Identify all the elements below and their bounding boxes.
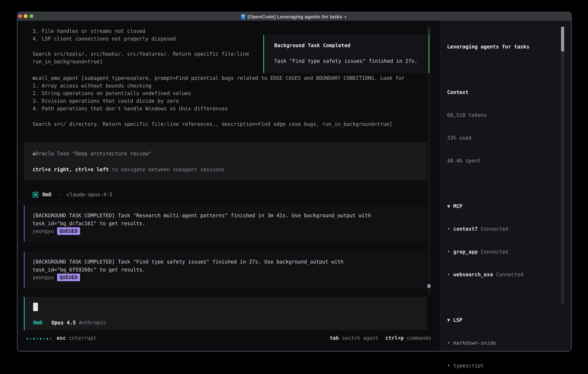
model-name: Opus 4.5 xyxy=(51,320,76,326)
toast-body: Task "Find type safety issues" finished … xyxy=(274,58,417,64)
transcript-line: 1. Array access without bounds checking xyxy=(32,82,151,90)
sidebar-content: Leveraging agents for tasks Context 66,5… xyxy=(447,28,563,374)
half-circle-icon: ◐ xyxy=(344,14,347,19)
lsp-item: •typescript xyxy=(447,362,563,370)
prompt-input[interactable]: OmO Opus 4.5 Anthropic xyxy=(24,297,427,330)
record-icon: ◉ xyxy=(32,151,36,156)
ctrlp-key-hint: ctrl+p xyxy=(385,335,404,341)
mcp-section-header[interactable]: ▼ MCP xyxy=(447,202,563,210)
context-spent: $0.46 spent xyxy=(447,157,563,165)
mcp-item: •websearch_exa Connected xyxy=(447,271,563,278)
task-message-meta: yeongyuQUEUED xyxy=(32,274,80,281)
author-name: yeongyu xyxy=(32,227,54,235)
task-message-line: task_id="bg_dcfac161" to get results. xyxy=(32,220,145,227)
bullet-icon: • xyxy=(447,363,450,368)
tab-key-label: switch agent xyxy=(342,335,378,341)
bullet-icon: • xyxy=(447,226,450,232)
task-message-card: [BACKGROUND TASK COMPLETED] Task "Find t… xyxy=(24,252,427,288)
tool-call-text: call_omo_agent [subagent_type=explore, p… xyxy=(36,75,405,81)
esc-key-label: interrupt xyxy=(69,335,96,341)
oracle-task-title: ◉Oracle Task "Deep architecture review" xyxy=(32,150,151,157)
bullet-icon: • xyxy=(447,272,450,277)
main-scrollbar-thumb[interactable] xyxy=(427,284,430,288)
task-message-meta: yeongyuQUEUED xyxy=(32,227,80,235)
chevron-down-icon: ▼ xyxy=(447,317,450,323)
status-badge: QUEUED xyxy=(57,274,80,281)
transcript-line: 2. String operations on potentially unde… xyxy=(32,90,191,97)
task-message-line: [BACKGROUND TASK COMPLETED] Task "Resear… xyxy=(32,212,371,219)
text-cursor xyxy=(33,303,38,311)
lsp-item: •markdown-oxide xyxy=(447,339,563,347)
task-message-line: [BACKGROUND TASK COMPLETED] Task "Find t… xyxy=(32,258,344,266)
agent-name: OmO xyxy=(33,320,42,326)
author-name: yeongyu xyxy=(32,274,54,281)
transcript-line: 4. LSP client connections not properly d… xyxy=(32,35,176,42)
transcript-line: run_in_background=true] xyxy=(32,58,103,65)
status-left: esc interrupt xyxy=(27,335,96,341)
status-badge: QUEUED xyxy=(57,227,80,235)
oracle-task-card: ◉Oracle Task "Deep architecture review" … xyxy=(24,142,427,180)
window-title: [OpenCode] Leveraging agents for tasks◐ xyxy=(18,12,571,21)
lsp-section-header[interactable]: ▼ LSP xyxy=(447,316,563,324)
context-tokens: 66,518 tokens xyxy=(447,111,563,119)
status-right: tab switch agent ctrl+p commands xyxy=(330,335,431,341)
context-section-label: Context xyxy=(447,89,563,96)
status-bar: esc interrupt tab switch agent ctrl+p co… xyxy=(27,334,431,342)
bullet-icon: • xyxy=(447,249,450,255)
transcript-line: Search src/tools/, src/hooks/, src/featu… xyxy=(32,50,249,58)
screenshot-stage: [OpenCode] Leveraging agents for tasks◐ … xyxy=(0,0,588,374)
tab-key-hint: tab xyxy=(330,335,339,341)
esc-key-hint: esc xyxy=(57,335,66,341)
ctrlp-key-label: commands xyxy=(407,335,431,341)
oracle-task-hint: ctrl+x right, ctrl+x left to navigate be… xyxy=(32,166,225,173)
spinner-dots-icon xyxy=(27,335,53,341)
tool-call-line: ⚙call_omo_agent [subagent_type=explore, … xyxy=(32,74,405,82)
main-scrollbar-thumb-top[interactable] xyxy=(427,28,430,35)
transcript-line: 3. Division operations that could divide… xyxy=(32,97,179,105)
transcript-line: Search src/ directory. Return specific f… xyxy=(32,120,392,128)
task-message-card: [BACKGROUND TASK COMPLETED] Task "Resear… xyxy=(24,206,427,242)
transcript-line: 3. File handles or streams not closed xyxy=(32,27,145,35)
chevron-down-icon: ▼ xyxy=(447,203,450,209)
agent-square-icon xyxy=(33,192,38,197)
provider-name: Anthropic xyxy=(79,320,106,326)
toast-title: Background Task Completed xyxy=(274,42,350,48)
context-used: 33% used xyxy=(447,134,563,142)
session-title: Leveraging agents for tasks xyxy=(447,43,563,51)
mcp-item: •grep_app Connected xyxy=(447,248,563,256)
gear-icon: ⚙ xyxy=(32,75,36,81)
agent-header: OmO · claude-opus-4-5 xyxy=(42,191,112,198)
bullet-icon: • xyxy=(447,340,450,346)
task-message-line: task_id="bg_6f59260c" to get results. xyxy=(32,266,145,273)
transcript-line: 4. Path operations that don't handle Win… xyxy=(32,105,228,112)
mcp-item: •context7 Connected xyxy=(447,225,563,233)
input-model-row: OmO Opus 4.5 Anthropic xyxy=(33,319,106,326)
background-task-toast[interactable]: Background Task Completed Task "Find typ… xyxy=(263,35,429,73)
document-icon xyxy=(241,14,245,19)
